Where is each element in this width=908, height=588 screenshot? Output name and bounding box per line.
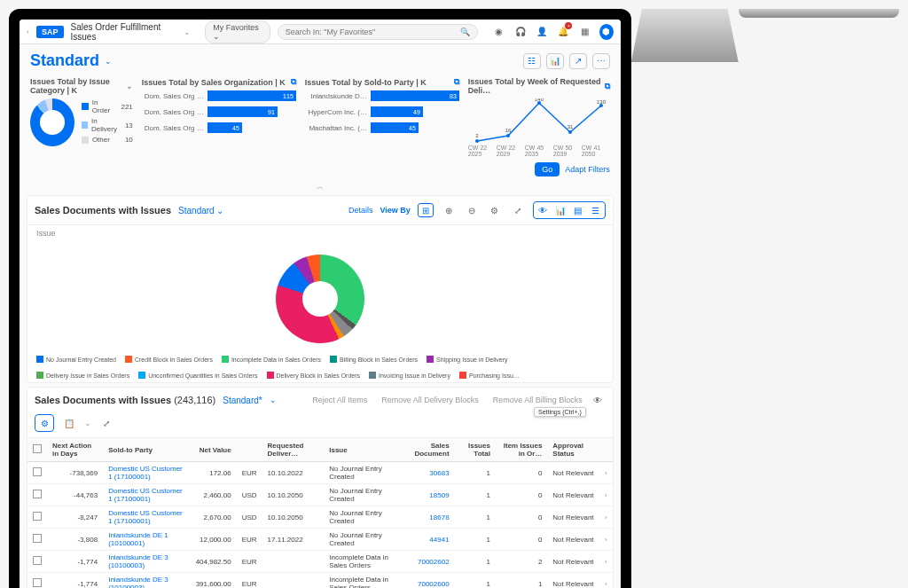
export-icon[interactable]: 📋: [61, 416, 77, 430]
sold-to-link[interactable]: Domestic US Customer 1 (17100001): [103, 506, 190, 529]
profile-icon[interactable]: 👤: [535, 24, 549, 40]
chevron-down-icon[interactable]: ⌄: [184, 27, 191, 36]
list-icon[interactable]: ☰: [588, 203, 604, 217]
row-chevron-icon[interactable]: ›: [599, 529, 613, 551]
reject-all-link[interactable]: Reject All Items: [312, 396, 367, 404]
view-toggle[interactable]: 👁 📊 ▤ ☰: [533, 201, 606, 219]
sales-doc-link[interactable]: 44941: [400, 529, 455, 551]
zoom-out-icon[interactable]: ⊖: [464, 203, 480, 217]
sales-doc-link[interactable]: 18509: [400, 484, 455, 506]
row-chevron-icon[interactable]: ›: [599, 573, 613, 589]
search-icon[interactable]: 🔍: [460, 27, 470, 36]
row-checkbox[interactable]: [33, 512, 42, 521]
chevron-down-icon[interactable]: ⌄: [270, 396, 277, 404]
bar-chart-icon[interactable]: 📊: [546, 53, 564, 69]
table-icon[interactable]: ▤: [570, 203, 586, 217]
row-checkbox[interactable]: [33, 467, 42, 476]
data-table: Next Action in Days Sold-to Party Net Va…: [27, 438, 613, 588]
gear-icon[interactable]: ⚙: [36, 416, 52, 430]
row-checkbox[interactable]: [33, 534, 42, 543]
svg-text:16: 16: [505, 128, 511, 133]
row-chevron-icon[interactable]: ›: [599, 484, 613, 506]
chart-view-icon[interactable]: ☷: [523, 53, 541, 69]
more-icon[interactable]: ⋯: [592, 53, 610, 69]
gear-icon[interactable]: ⚙: [487, 203, 503, 217]
search-input[interactable]: [286, 27, 460, 36]
fullscreen-icon[interactable]: ⤢: [510, 203, 526, 217]
legend-item[interactable]: Delivery Issue in Sales Orders: [36, 372, 129, 379]
row-chevron-icon[interactable]: ›: [599, 551, 613, 573]
legend-item[interactable]: No Journal Entry Created: [36, 356, 116, 363]
collapse-handle-icon[interactable]: ︿: [20, 182, 621, 192]
settings-group[interactable]: ⚙: [35, 414, 54, 432]
popout-icon[interactable]: ⧉: [454, 77, 459, 87]
svg-point-2: [506, 134, 510, 137]
feedback-icon[interactable]: ◉: [492, 24, 506, 40]
chart-sales-org: Issues Total by Sales Organization | K ⧉…: [142, 77, 296, 157]
app-title[interactable]: Sales Order Fulfillment Issues: [71, 22, 177, 42]
row-checkbox[interactable]: [33, 490, 42, 498]
zoom-in-icon[interactable]: ⊕: [441, 203, 457, 217]
eye-icon[interactable]: 👁: [535, 203, 551, 217]
settings-tooltip: Settings (Ctrl+,): [534, 407, 586, 417]
row-checkbox[interactable]: [33, 578, 42, 587]
legend-item[interactable]: Invoicing Issue in Delivery: [369, 372, 450, 379]
chart-icon[interactable]: 📊: [552, 203, 568, 217]
eye-icon[interactable]: 👁: [590, 393, 606, 407]
grid-icon[interactable]: ⊞: [418, 203, 434, 217]
sales-doc-link[interactable]: 70002600: [400, 573, 455, 589]
adapt-filters-link[interactable]: Adapt Filters: [565, 165, 610, 174]
back-icon[interactable]: ‹: [27, 27, 29, 36]
chevron-down-icon[interactable]: ⌄: [84, 419, 91, 427]
search-field[interactable]: 🔍: [278, 24, 478, 40]
chevron-down-icon[interactable]: ⌄: [126, 82, 133, 90]
fullscreen-icon[interactable]: ⤢: [98, 416, 114, 430]
legend-item[interactable]: Shipping Issue in Delivery: [427, 356, 508, 363]
shell-bar: ‹ SAP Sales Order Fulfillment Issues ⌄ M…: [20, 20, 621, 44]
sold-to-link[interactable]: Inlandskunde DE 3 (10100003): [103, 551, 190, 573]
legend-item[interactable]: Delivery Block in Sales Orders: [267, 372, 361, 379]
legend-item[interactable]: Billing Block in Sales Orders: [330, 356, 418, 363]
variant-dropdown-icon[interactable]: ⌄: [105, 57, 112, 66]
svg-text:31: 31: [567, 124, 573, 129]
donut-chart-large: [276, 255, 364, 343]
variant-selector[interactable]: Standard ⌄: [178, 206, 223, 216]
legend-item[interactable]: Credit Block in Sales Orders: [125, 356, 213, 363]
sold-to-link[interactable]: Domestic US Customer 1 (17100001): [103, 462, 190, 484]
sales-doc-link[interactable]: 70002602: [400, 551, 455, 573]
table-row: -3,808Inlandskunde DE 1 (10100001)12,000…: [27, 529, 613, 551]
svg-text:130: 130: [597, 99, 607, 105]
table-row: -8,247Domestic US Customer 1 (17100001)2…: [27, 506, 613, 529]
popout-icon[interactable]: ⧉: [291, 77, 296, 87]
legend-item[interactable]: Unconfirmed Quantities in Sales Orders: [138, 372, 257, 379]
row-chevron-icon[interactable]: ›: [599, 506, 613, 529]
chart-week: Issues Total by Week of Requested Deli… …: [468, 77, 610, 157]
section-title: Sales Documents with Issues: [35, 205, 171, 216]
legend-item[interactable]: Incomplete Data in Sales Orders: [222, 356, 321, 363]
share-icon[interactable]: ↗: [569, 53, 587, 69]
sold-to-link[interactable]: Inlandskunde DE 1 (10100001): [103, 529, 190, 551]
favorites-dropdown[interactable]: My Favorites ⌄: [205, 20, 270, 43]
table-row: -44,763Domestic US Customer 1 (17100001)…: [27, 484, 613, 506]
row-checkbox[interactable]: [33, 556, 42, 565]
help-icon[interactable]: 🎧: [513, 24, 528, 40]
sold-to-link[interactable]: Inlandskunde DE 3 (10100003): [103, 573, 190, 589]
user-avatar[interactable]: ⬢: [599, 24, 614, 40]
notification-icon[interactable]: 🔔•: [556, 24, 570, 40]
go-button[interactable]: Go: [535, 162, 560, 176]
select-all-checkbox[interactable]: [33, 444, 42, 453]
page-title: Standard: [30, 51, 99, 70]
dimension-label: Issue: [27, 225, 613, 241]
row-chevron-icon[interactable]: ›: [599, 462, 613, 484]
popout-icon[interactable]: ⧉: [605, 82, 610, 91]
sold-to-link[interactable]: Domestic US Customer 1 (17100001): [103, 484, 190, 506]
details-link[interactable]: Details: [348, 206, 373, 215]
remove-delivery-link[interactable]: Remove All Delivery Blocks: [381, 396, 479, 404]
table-row: -738,369Domestic US Customer 1 (17100001…: [27, 462, 613, 484]
legend-item[interactable]: Purchasing Issu…: [459, 372, 520, 379]
sales-doc-link[interactable]: 30683: [400, 462, 455, 484]
variant-selector[interactable]: Standard: [223, 396, 262, 405]
remove-billing-link[interactable]: Remove All Billing Blocks: [493, 396, 583, 404]
apps-icon[interactable]: ▦: [577, 24, 591, 40]
sales-doc-link[interactable]: 18678: [400, 506, 455, 529]
